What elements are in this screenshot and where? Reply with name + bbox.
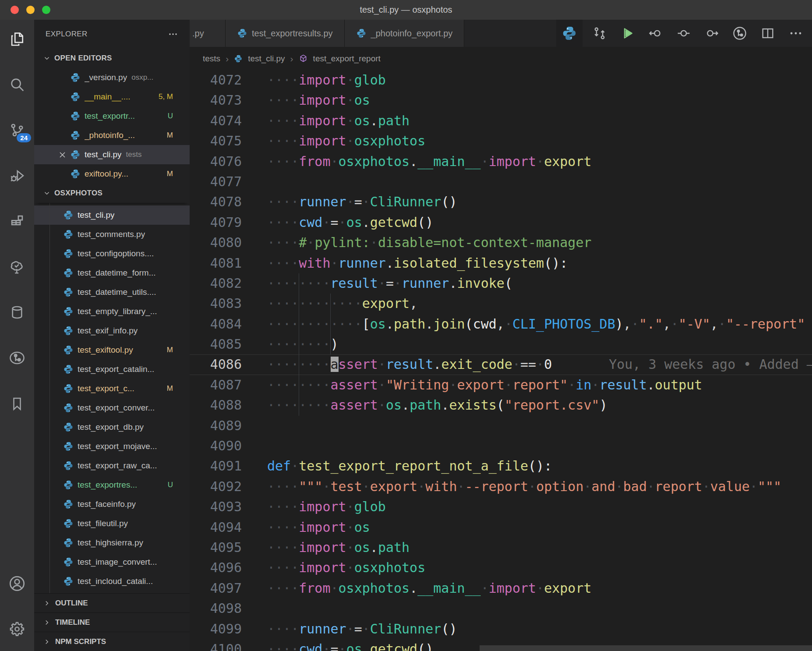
tree-item[interactable]: test_fileutil.py bbox=[34, 514, 190, 533]
tree-item[interactable]: test_comments.py bbox=[34, 225, 190, 244]
line-number[interactable]: 4086 bbox=[190, 354, 242, 375]
line-number[interactable]: 4072 bbox=[190, 70, 242, 90]
line-number[interactable]: 4099 bbox=[190, 619, 242, 639]
tree-item[interactable]: test_exportres...U bbox=[34, 475, 190, 495]
code-line[interactable]: 4080····#·pylint:·disable=not-context-ma… bbox=[190, 233, 812, 253]
line-number[interactable]: 4100 bbox=[190, 639, 242, 651]
line-number[interactable]: 4079 bbox=[190, 212, 242, 233]
timeline-section[interactable]: TIMELINE bbox=[34, 612, 190, 632]
code-line[interactable]: 4081····with·runner.isolated_filesystem(… bbox=[190, 253, 812, 273]
code-line[interactable]: 4088········assert·os.path.exists("repor… bbox=[190, 395, 812, 415]
previous-change-icon[interactable] bbox=[645, 22, 667, 44]
code-line[interactable]: 4077 bbox=[190, 172, 812, 192]
current-change-icon[interactable] bbox=[673, 22, 695, 44]
tree-item[interactable]: test_export_c...M bbox=[34, 379, 190, 398]
code-line[interactable]: 4086········assert·result.exit_code·==·0… bbox=[190, 354, 812, 375]
horizontal-scrollbar[interactable] bbox=[480, 645, 812, 651]
tree-item[interactable]: test_export_catalin... bbox=[34, 360, 190, 379]
open-editor-item[interactable]: exiftool.py...M bbox=[34, 164, 190, 184]
open-editor-item[interactable]: test_cli.pytests bbox=[34, 145, 190, 164]
code-line[interactable]: 4073····import·os bbox=[190, 90, 812, 110]
compare-changes-icon[interactable] bbox=[589, 22, 611, 44]
tree-item[interactable]: test_exif_info.py bbox=[34, 321, 190, 340]
breadcrumb-symbol[interactable]: test_export_report bbox=[313, 54, 381, 64]
open-editor-item[interactable]: test_exportr...U bbox=[34, 106, 190, 126]
tree-item[interactable]: test_export_db.py bbox=[34, 417, 190, 437]
bookmarks-icon[interactable] bbox=[7, 393, 28, 414]
tree-item[interactable]: test_export_mojave... bbox=[34, 437, 190, 456]
explorer-icon[interactable] bbox=[7, 28, 28, 50]
minimize-window-button[interactable] bbox=[26, 6, 35, 14]
source-control-icon[interactable]: 24 bbox=[7, 120, 28, 141]
line-number[interactable]: 4088 bbox=[190, 395, 242, 415]
line-number[interactable]: 4096 bbox=[190, 558, 242, 578]
code-line[interactable]: 4092····"""·test·export·with·--report·op… bbox=[190, 477, 812, 497]
extensions-icon[interactable] bbox=[7, 211, 28, 232]
code-line[interactable]: 4095····import·os.path bbox=[190, 538, 812, 558]
line-number[interactable]: 4089 bbox=[190, 416, 242, 436]
open-editor-item[interactable]: _version.pyosxp... bbox=[34, 68, 190, 87]
run-debug-icon[interactable] bbox=[7, 165, 28, 186]
database-icon[interactable] bbox=[7, 302, 28, 323]
npm-scripts-section[interactable]: NPM SCRIPTS bbox=[34, 632, 190, 651]
split-editor-icon[interactable] bbox=[757, 22, 779, 44]
code-line[interactable]: 4087········assert·"Writing·export·repor… bbox=[190, 375, 812, 395]
tree-item[interactable]: test_export_raw_ca... bbox=[34, 456, 190, 475]
tree-item[interactable]: test_incloud_catali... bbox=[34, 572, 190, 591]
tree-item[interactable]: test_export_conver... bbox=[34, 398, 190, 417]
code-line[interactable]: 4083············export, bbox=[190, 294, 812, 314]
line-number[interactable]: 4083 bbox=[190, 294, 242, 314]
line-number[interactable]: 4085 bbox=[190, 334, 242, 354]
explorer-more-actions-icon[interactable] bbox=[168, 29, 178, 39]
code-line[interactable]: 4090 bbox=[190, 436, 812, 456]
code-line[interactable]: 4096····import·osxphotos bbox=[190, 558, 812, 578]
next-change-icon[interactable] bbox=[701, 22, 723, 44]
tree-item[interactable]: test_configoptions.... bbox=[34, 244, 190, 263]
close-window-button[interactable] bbox=[11, 6, 19, 14]
code-line[interactable]: 4097····from·osxphotos.__main__·import·e… bbox=[190, 578, 812, 598]
line-number[interactable]: 4073 bbox=[190, 90, 242, 110]
tree-item[interactable]: test_datetime_utils.... bbox=[34, 283, 190, 302]
line-number[interactable]: 4094 bbox=[190, 517, 242, 538]
settings-gear-icon[interactable] bbox=[7, 619, 28, 640]
line-number[interactable]: 4075 bbox=[190, 131, 242, 151]
line-number[interactable]: 4097 bbox=[190, 578, 242, 598]
gitlens-icon[interactable] bbox=[7, 347, 28, 368]
line-number[interactable]: 4093 bbox=[190, 497, 242, 517]
tree-item[interactable]: test_faceinfo.py bbox=[34, 495, 190, 514]
outline-section[interactable]: OUTLINE bbox=[34, 593, 190, 612]
breadcrumb-folder[interactable]: tests bbox=[203, 54, 220, 64]
line-number[interactable]: 4074 bbox=[190, 111, 242, 131]
line-number[interactable]: 4082 bbox=[190, 273, 242, 294]
tree-item[interactable]: test_exiftool.pyM bbox=[34, 340, 190, 360]
close-icon[interactable] bbox=[56, 151, 68, 159]
code-line[interactable]: 4082········result·=·runner.invoke( bbox=[190, 273, 812, 294]
tree-item[interactable]: test_highsierra.py bbox=[34, 533, 190, 552]
account-icon[interactable] bbox=[7, 573, 28, 594]
open-editor-item[interactable]: __main__....5, M bbox=[34, 87, 190, 106]
tree-item[interactable]: test_empty_library_... bbox=[34, 302, 190, 321]
code-line[interactable]: 4091def·test_export_report_not_a_file(): bbox=[190, 456, 812, 476]
line-number[interactable]: 4091 bbox=[190, 456, 242, 476]
code-line[interactable]: 4099····runner·=·CliRunner() bbox=[190, 619, 812, 639]
editor-tab[interactable]: .py bbox=[190, 20, 226, 47]
code-line[interactable]: 4072····import·glob bbox=[190, 70, 812, 90]
todo-tree-icon[interactable] bbox=[7, 256, 28, 277]
maximize-window-button[interactable] bbox=[42, 6, 50, 14]
tree-item[interactable]: test_datetime_form... bbox=[34, 263, 190, 283]
code-line[interactable]: 4074····import·os.path bbox=[190, 111, 812, 131]
project-section-header[interactable]: OSXPHOTOS bbox=[34, 184, 190, 203]
code-line[interactable]: 4076····from·osxphotos.__main__·import·e… bbox=[190, 152, 812, 172]
open-editor-item[interactable]: _photoinfo_...M bbox=[34, 126, 190, 145]
more-actions-icon[interactable] bbox=[785, 22, 807, 44]
code-line[interactable]: 4093····import·glob bbox=[190, 497, 812, 517]
code-line[interactable]: 4084············[os.path.join(cwd,·CLI_P… bbox=[190, 314, 812, 334]
search-icon[interactable] bbox=[7, 74, 28, 95]
code-editor[interactable]: 4072····import·glob4073····import·os4074… bbox=[190, 70, 812, 651]
line-number[interactable]: 4077 bbox=[190, 172, 242, 192]
line-number[interactable]: 4098 bbox=[190, 598, 242, 619]
breadcrumb-file[interactable]: test_cli.py bbox=[248, 54, 285, 64]
code-line[interactable]: 4079····cwd·=·os.getcwd() bbox=[190, 212, 812, 233]
line-number[interactable]: 4092 bbox=[190, 477, 242, 497]
code-line[interactable]: 4098 bbox=[190, 598, 812, 619]
